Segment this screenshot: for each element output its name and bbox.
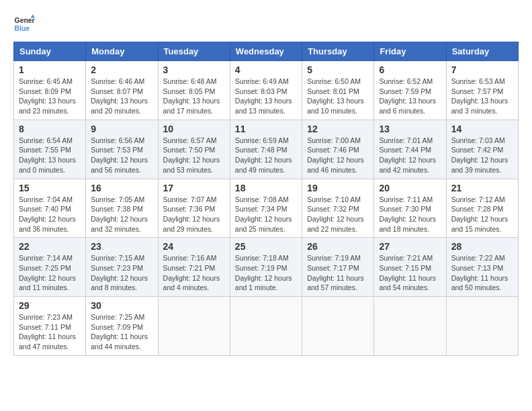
day-cell-13: 13Sunrise: 7:01 AMSunset: 7:44 PMDayligh… <box>374 120 446 179</box>
day-number: 16 <box>91 183 152 193</box>
day-number: 1 <box>19 64 81 75</box>
day-number: 29 <box>19 300 81 311</box>
day-info: Sunrise: 7:16 AMSunset: 7:21 PMDaylight:… <box>163 254 220 291</box>
day-cell-22: 22Sunrise: 7:14 AMSunset: 7:25 PMDayligh… <box>14 238 86 297</box>
header-friday: Friday <box>374 42 446 61</box>
day-cell-25: 25Sunrise: 7:18 AMSunset: 7:19 PMDayligh… <box>230 238 302 297</box>
day-number: 11 <box>235 124 297 134</box>
header-wednesday: Wednesday <box>230 42 302 61</box>
day-number: 6 <box>379 64 441 75</box>
day-info: Sunrise: 6:48 AMSunset: 8:05 PMDaylight:… <box>163 77 220 115</box>
day-cell-29: 29Sunrise: 7:23 AMSunset: 7:11 PMDayligh… <box>14 297 86 356</box>
day-cell-21: 21Sunrise: 7:12 AMSunset: 7:28 PMDayligh… <box>446 179 518 238</box>
day-info: Sunrise: 6:46 AMSunset: 8:07 PMDaylight:… <box>91 77 148 115</box>
day-cell-30: 30Sunrise: 7:25 AMSunset: 7:09 PMDayligh… <box>86 297 158 356</box>
day-number: 30 <box>91 300 152 311</box>
day-number: 14 <box>451 124 513 134</box>
day-cell-2: 2Sunrise: 6:46 AMSunset: 8:07 PMDaylight… <box>86 61 158 120</box>
day-info: Sunrise: 7:10 AMSunset: 7:32 PMDaylight:… <box>307 195 364 233</box>
day-cell-28: 28Sunrise: 7:22 AMSunset: 7:13 PMDayligh… <box>446 238 518 297</box>
day-number: 7 <box>451 64 513 75</box>
calendar-week-row: 29Sunrise: 7:23 AMSunset: 7:11 PMDayligh… <box>14 297 519 356</box>
day-cell-24: 24Sunrise: 7:16 AMSunset: 7:21 PMDayligh… <box>158 238 230 297</box>
day-cell-17: 17Sunrise: 7:07 AMSunset: 7:36 PMDayligh… <box>158 179 230 238</box>
day-info: Sunrise: 7:05 AMSunset: 7:38 PMDaylight:… <box>91 195 148 233</box>
day-cell-4: 4Sunrise: 6:49 AMSunset: 8:03 PMDaylight… <box>230 61 302 120</box>
day-cell-26: 26Sunrise: 7:19 AMSunset: 7:17 PMDayligh… <box>302 238 374 297</box>
day-info: Sunrise: 6:53 AMSunset: 7:57 PMDaylight:… <box>451 77 508 115</box>
day-number: 8 <box>19 124 81 134</box>
day-number: 20 <box>379 183 441 193</box>
day-number: 24 <box>163 241 225 252</box>
day-number: 2 <box>91 64 152 75</box>
calendar-table: SundayMondayTuesdayWednesdayThursdayFrid… <box>13 42 519 356</box>
day-number: 19 <box>307 183 369 193</box>
day-info: Sunrise: 7:11 AMSunset: 7:30 PMDaylight:… <box>379 195 436 233</box>
day-cell-3: 3Sunrise: 6:48 AMSunset: 8:05 PMDaylight… <box>158 61 230 120</box>
day-info: Sunrise: 6:49 AMSunset: 8:03 PMDaylight:… <box>235 77 292 115</box>
calendar-week-row: 22Sunrise: 7:14 AMSunset: 7:25 PMDayligh… <box>14 238 519 297</box>
day-cell-19: 19Sunrise: 7:10 AMSunset: 7:32 PMDayligh… <box>302 179 374 238</box>
day-info: Sunrise: 7:03 AMSunset: 7:42 PMDaylight:… <box>451 136 508 174</box>
day-number: 15 <box>19 183 81 193</box>
day-cell-16: 16Sunrise: 7:05 AMSunset: 7:38 PMDayligh… <box>86 179 158 238</box>
header-monday: Monday <box>86 42 158 61</box>
day-number: 10 <box>163 124 225 134</box>
header-row: SundayMondayTuesdayWednesdayThursdayFrid… <box>14 42 519 61</box>
day-number: 26 <box>307 241 369 252</box>
day-info: Sunrise: 7:18 AMSunset: 7:19 PMDaylight:… <box>235 254 292 291</box>
svg-text:General: General <box>15 17 35 24</box>
day-info: Sunrise: 7:23 AMSunset: 7:11 PMDaylight:… <box>19 313 76 351</box>
day-info: Sunrise: 6:45 AMSunset: 8:09 PMDaylight:… <box>19 77 76 115</box>
day-cell-8: 8Sunrise: 6:54 AMSunset: 7:55 PMDaylight… <box>14 120 86 179</box>
day-number: 13 <box>379 124 441 134</box>
day-info: Sunrise: 7:00 AMSunset: 7:46 PMDaylight:… <box>307 136 364 174</box>
day-cell-7: 7Sunrise: 6:53 AMSunset: 7:57 PMDaylight… <box>446 61 518 120</box>
day-info: Sunrise: 7:22 AMSunset: 7:13 PMDaylight:… <box>451 254 508 291</box>
day-info: Sunrise: 7:08 AMSunset: 7:34 PMDaylight:… <box>235 195 292 233</box>
day-number: 3 <box>163 64 225 75</box>
svg-marker-2 <box>31 15 35 18</box>
svg-text:Blue: Blue <box>15 25 30 32</box>
day-info: Sunrise: 6:50 AMSunset: 8:01 PMDaylight:… <box>307 77 364 115</box>
day-cell-5: 5Sunrise: 6:50 AMSunset: 8:01 PMDaylight… <box>302 61 374 120</box>
day-number: 28 <box>451 241 513 252</box>
day-number: 23 <box>91 241 152 252</box>
day-info: Sunrise: 6:57 AMSunset: 7:50 PMDaylight:… <box>163 136 220 174</box>
day-info: Sunrise: 7:19 AMSunset: 7:17 PMDaylight:… <box>307 254 364 291</box>
day-info: Sunrise: 7:07 AMSunset: 7:36 PMDaylight:… <box>163 195 220 233</box>
day-info: Sunrise: 7:14 AMSunset: 7:25 PMDaylight:… <box>19 254 76 291</box>
day-cell-23: 23Sunrise: 7:15 AMSunset: 7:23 PMDayligh… <box>86 238 158 297</box>
day-info: Sunrise: 7:25 AMSunset: 7:09 PMDaylight:… <box>91 313 148 351</box>
header-thursday: Thursday <box>302 42 374 61</box>
header-sunday: Sunday <box>14 42 86 61</box>
day-info: Sunrise: 6:54 AMSunset: 7:55 PMDaylight:… <box>19 136 76 174</box>
day-cell-1: 1Sunrise: 6:45 AMSunset: 8:09 PMDaylight… <box>14 61 86 120</box>
empty-cell <box>302 297 374 356</box>
day-number: 21 <box>451 183 513 193</box>
day-number: 4 <box>235 64 297 75</box>
day-cell-10: 10Sunrise: 6:57 AMSunset: 7:50 PMDayligh… <box>158 120 230 179</box>
day-number: 17 <box>163 183 225 193</box>
empty-cell <box>446 297 518 356</box>
day-number: 5 <box>307 64 369 75</box>
day-info: Sunrise: 7:15 AMSunset: 7:23 PMDaylight:… <box>91 254 148 291</box>
day-info: Sunrise: 7:21 AMSunset: 7:15 PMDaylight:… <box>379 254 436 291</box>
empty-cell <box>374 297 446 356</box>
empty-cell <box>158 297 230 356</box>
day-number: 18 <box>235 183 297 193</box>
calendar-week-row: 8Sunrise: 6:54 AMSunset: 7:55 PMDaylight… <box>14 120 519 179</box>
day-number: 9 <box>91 124 152 134</box>
day-cell-11: 11Sunrise: 6:59 AMSunset: 7:48 PMDayligh… <box>230 120 302 179</box>
day-info: Sunrise: 6:59 AMSunset: 7:48 PMDaylight:… <box>235 136 292 174</box>
header-tuesday: Tuesday <box>158 42 230 61</box>
day-cell-27: 27Sunrise: 7:21 AMSunset: 7:15 PMDayligh… <box>374 238 446 297</box>
logo: General Blue <box>13 13 35 35</box>
day-info: Sunrise: 7:01 AMSunset: 7:44 PMDaylight:… <box>379 136 436 174</box>
calendar-week-row: 15Sunrise: 7:04 AMSunset: 7:40 PMDayligh… <box>14 179 519 238</box>
day-cell-18: 18Sunrise: 7:08 AMSunset: 7:34 PMDayligh… <box>230 179 302 238</box>
day-number: 27 <box>379 241 441 252</box>
empty-cell <box>230 297 302 356</box>
day-cell-15: 15Sunrise: 7:04 AMSunset: 7:40 PMDayligh… <box>14 179 86 238</box>
day-number: 25 <box>235 241 297 252</box>
